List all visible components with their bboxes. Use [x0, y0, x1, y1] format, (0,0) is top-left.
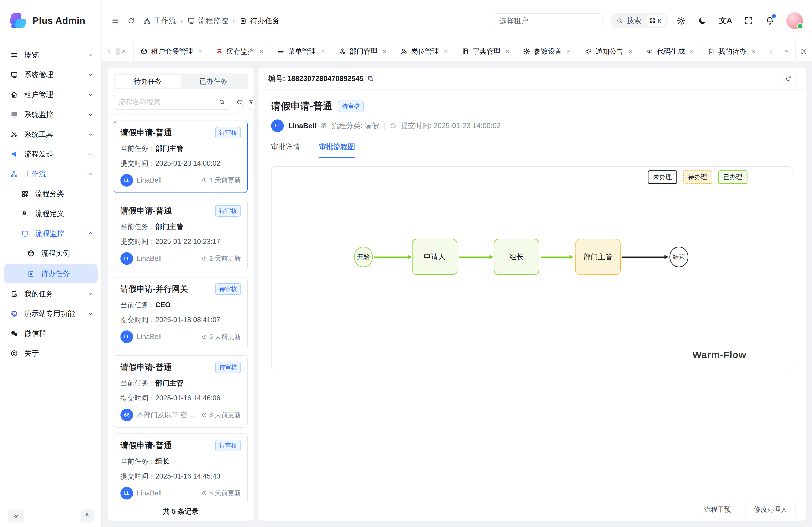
close-icon[interactable]: ×: [751, 48, 755, 55]
page-title: 请假申请-普通: [271, 100, 332, 113]
sidebar-item-system-tools[interactable]: 系统工具: [0, 124, 101, 144]
tab-menu-mgmt[interactable]: 菜单管理×: [271, 42, 332, 61]
sidebar-item-system-mgmt[interactable]: 系统管理: [0, 65, 101, 85]
flow-intervene-button[interactable]: 流程干预: [696, 502, 739, 517]
megaphone-icon: [585, 48, 592, 55]
close-icon[interactable]: ×: [690, 48, 694, 55]
app-logo[interactable]: Plus Admin: [0, 0, 101, 42]
close-icon[interactable]: ×: [444, 48, 448, 55]
task-card[interactable]: 请假申请-普通待审核 当前任务：部门主管 提交时间：2025-01-16 14:…: [114, 355, 248, 427]
tab-dept-mgmt[interactable]: 部门管理×: [332, 42, 394, 61]
menu-icon: [277, 48, 285, 55]
refresh-detail-button[interactable]: [781, 72, 796, 85]
notifications-button[interactable]: [765, 16, 774, 26]
sidebar-item-workflow[interactable]: 工作流: [0, 164, 101, 184]
close-icon[interactable]: ×: [567, 48, 571, 55]
change-assignee-button[interactable]: 修改办理人: [745, 502, 796, 517]
tab-param-settings[interactable]: 参数设置×: [516, 42, 578, 61]
fullscreen-button[interactable]: [744, 16, 753, 26]
tab-cache-monitor[interactable]: 缓存监控×: [209, 42, 271, 61]
tab-my-todo[interactable]: 我的待办×: [701, 42, 762, 61]
reset-button[interactable]: [236, 95, 243, 109]
flow-node-start[interactable]: 开始: [354, 246, 373, 267]
sidebar-item-flow-start[interactable]: 流程发起: [0, 144, 101, 164]
close-icon[interactable]: ×: [122, 47, 126, 56]
breadcrumb-item-flow-monitor[interactable]: 流程监控: [187, 16, 228, 26]
flow-node-dept-manager[interactable]: 部门主管: [575, 239, 621, 275]
close-icon[interactable]: ×: [506, 48, 509, 55]
sidebar-item-tenant-mgmt[interactable]: 租户管理: [0, 85, 101, 105]
tab-approval-detail[interactable]: 审批详情: [271, 142, 300, 158]
detail-topbar: 编号: 1882307280470892545: [259, 67, 806, 90]
workflow-icon: [10, 170, 18, 178]
sidebar-item-about[interactable]: 关于: [0, 344, 101, 363]
clipboard-icon: [708, 48, 715, 55]
sidebar-item-flow-monitor[interactable]: 流程监控: [0, 224, 101, 243]
sidebar-item-todo-tasks[interactable]: 待办任务: [4, 264, 98, 283]
home-icon: [10, 91, 18, 99]
tab-approval-flowchart[interactable]: 审批流程图: [319, 142, 355, 158]
tab-dict-mgmt[interactable]: 字典管理×: [455, 42, 517, 61]
flowchart-canvas[interactable]: 未办理 待办理 已办理 开始 申请人 组长 部门主管 结束 War: [271, 166, 793, 370]
sidebar-item-overview[interactable]: 概览: [0, 45, 101, 65]
global-search-button[interactable]: 搜索 ⌘ K: [611, 13, 668, 28]
task-card[interactable]: 请假申请-普通待审核 当前任务：部门主管 提交时间：2025-01-22 10:…: [114, 199, 248, 271]
sidebar-item-system-monitor[interactable]: 系统监控: [0, 105, 101, 124]
flow-node-end[interactable]: 结束: [669, 246, 688, 267]
tab-post-mgmt[interactable]: 岗位管理×: [393, 42, 455, 61]
breadcrumb-item-todo-tasks[interactable]: 待办任务: [239, 16, 280, 26]
sidebar-item-flow-instance[interactable]: 流程实例: [0, 243, 101, 263]
breadcrumb-separator: ›: [233, 17, 235, 25]
tabs-scroll-right-button[interactable]: [762, 42, 779, 61]
bars-icon: [10, 51, 18, 59]
tabs-dropdown-button[interactable]: [779, 42, 795, 61]
sidebar-item-wechat-group[interactable]: 微信群: [0, 324, 101, 344]
tab-clipped[interactable]: ×: [116, 42, 133, 61]
clock-icon: [202, 178, 207, 183]
flow-node-team-leader[interactable]: 组长: [494, 239, 539, 275]
notification-badge: [772, 14, 776, 18]
language-switch-button[interactable]: 文A: [719, 16, 732, 26]
pin-sidebar-button[interactable]: [81, 509, 93, 523]
close-icon[interactable]: ×: [321, 48, 325, 55]
hamburger-menu-button[interactable]: [112, 17, 119, 25]
tenant-select-input[interactable]: [494, 13, 603, 28]
breadcrumb-item-workflow[interactable]: 工作流: [143, 16, 176, 26]
sidebar-item-demo-features[interactable]: 演示站专用功能: [0, 304, 101, 324]
tab-notice[interactable]: 通知公告×: [578, 42, 639, 61]
task-card[interactable]: 请假申请-并行网关待审核 当前任务：CEO 提交时间：2025-01-18 08…: [114, 277, 248, 349]
content-fullscreen-button[interactable]: [795, 42, 812, 61]
close-icon[interactable]: ×: [260, 48, 264, 55]
tabs-scroll-left-button[interactable]: [102, 42, 116, 61]
copy-icon[interactable]: [368, 76, 374, 82]
meta-divider: |: [383, 122, 385, 130]
chevron-down-icon: [87, 72, 93, 78]
search-button[interactable]: [213, 95, 231, 109]
segment-todo-tasks[interactable]: 待办任务: [115, 75, 181, 88]
sidebar-item-flow-definition[interactable]: 流程定义: [0, 204, 101, 224]
tools-icon: [10, 131, 18, 138]
task-card[interactable]: 请假申请-普通待审核 当前任务：组长 提交时间：2025-01-16 14:45…: [114, 434, 248, 502]
flow-name-search-input[interactable]: [114, 95, 213, 109]
user-avatar[interactable]: [786, 12, 803, 29]
close-icon[interactable]: ×: [628, 48, 633, 55]
task-type-segmented: 待办任务 已办任务: [114, 74, 248, 89]
task-card[interactable]: 请假申请-普通待审核 当前任务：部门主管 提交时间：2025-01-23 14:…: [114, 121, 248, 193]
chevron-down-icon: [87, 151, 93, 157]
flow-node-applicant[interactable]: 申请人: [412, 239, 458, 275]
avatar: LL: [120, 252, 133, 265]
task-search-row: [114, 95, 248, 109]
tab-tenant-package[interactable]: 租户套餐管理×: [133, 42, 209, 61]
refresh-page-button[interactable]: [127, 17, 135, 25]
filter-button[interactable]: [248, 95, 255, 109]
close-icon[interactable]: ×: [382, 48, 387, 55]
settings-button[interactable]: [677, 16, 686, 26]
flow-legend: 未办理 待办理 已办理: [648, 170, 748, 184]
sidebar-item-my-tasks[interactable]: 我的任务: [0, 284, 101, 304]
segment-done-tasks[interactable]: 已办任务: [181, 75, 246, 88]
sidebar-item-flow-category[interactable]: 流程分类: [0, 184, 101, 204]
collapse-sidebar-button[interactable]: «: [8, 509, 24, 523]
dark-mode-toggle[interactable]: [698, 16, 707, 26]
tab-code-gen[interactable]: 代码生成×: [639, 42, 701, 61]
close-icon[interactable]: ×: [198, 48, 202, 55]
